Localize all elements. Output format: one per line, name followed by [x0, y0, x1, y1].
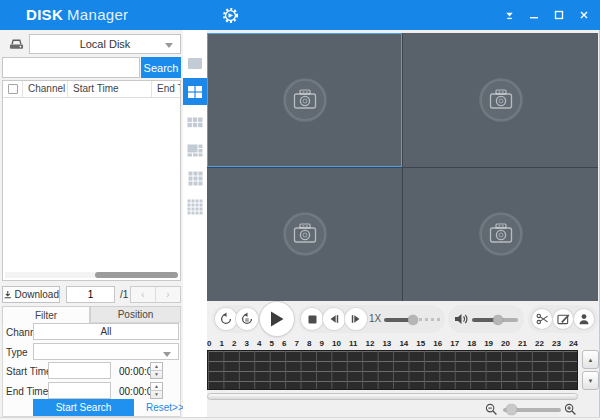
search-row: Search: [2, 57, 181, 78]
play-icon: [270, 311, 284, 327]
select-all-cell[interactable]: [3, 81, 23, 97]
layout-4-view[interactable]: [183, 78, 207, 105]
results-table[interactable]: ChannelStart TimeEnd Time: [2, 80, 181, 281]
app-title-primary: DISK: [26, 6, 63, 23]
stop-button[interactable]: [301, 308, 323, 330]
disk-dropdown-value: Local Disk: [80, 38, 131, 50]
column-header: End Time: [152, 81, 180, 97]
left-panel: Local Disk Search ChannelStart TimeEnd T…: [0, 30, 183, 420]
replay-group: [212, 305, 260, 333]
end-time-spinner[interactable]: ▲▼: [150, 382, 163, 399]
zoom-slider-thumb[interactable]: [506, 404, 517, 415]
rewind-icon: [219, 312, 233, 326]
video-cell-4[interactable]: [403, 168, 598, 302]
video-cell-1[interactable]: [207, 33, 402, 167]
hour-label: 17: [450, 339, 459, 348]
layout-9-view[interactable]: [183, 166, 207, 190]
close-icon[interactable]: [576, 7, 592, 23]
snapshot-edit-button[interactable]: [553, 309, 573, 329]
prev-page-button[interactable]: ‹: [131, 287, 156, 302]
layout-8-view[interactable]: [183, 138, 207, 162]
end-time-label: End Time: [6, 386, 48, 397]
video-grid: [207, 33, 598, 301]
hour-label: 21: [518, 339, 527, 348]
start-time-label: Start Time: [6, 366, 52, 377]
layout-16-view[interactable]: [183, 195, 207, 219]
type-label: Type: [6, 347, 28, 358]
clip-cut-button[interactable]: [532, 309, 552, 329]
reset-link[interactable]: Reset>>: [146, 402, 184, 413]
disk-drive-icon: [8, 36, 25, 55]
hour-label: 24: [569, 339, 578, 348]
volume-slider[interactable]: [472, 305, 518, 333]
channel-input[interactable]: [33, 323, 179, 340]
select-all-checkbox[interactable]: [8, 84, 18, 94]
search-input[interactable]: [2, 57, 140, 78]
transport-group: 1X: [298, 305, 445, 333]
settings-gear-icon[interactable]: [221, 6, 240, 25]
download-button[interactable]: Download: [2, 286, 60, 303]
volume-icon[interactable]: [453, 311, 469, 331]
timeline-zoom-slider[interactable]: [503, 400, 561, 418]
hour-label: 22: [535, 339, 544, 348]
speed-slider[interactable]: [384, 305, 440, 333]
skin-menu-icon[interactable]: [501, 7, 517, 23]
hour-label: 14: [399, 339, 408, 348]
layout-1-view[interactable]: [183, 51, 207, 75]
step-forward-button[interactable]: [345, 308, 367, 330]
play-button[interactable]: [260, 302, 294, 336]
app-title-secondary: Manager: [67, 6, 128, 23]
timeline-scroll-down-button[interactable]: ▼: [582, 371, 599, 390]
start-search-button[interactable]: Start Search: [33, 399, 134, 416]
volume-group: [448, 305, 524, 333]
start-time-input[interactable]: [48, 362, 111, 379]
volume-slider-thumb[interactable]: [493, 315, 503, 325]
hour-label: 11: [349, 339, 357, 348]
timeline-hour-labels: 0123456789101112131415161718192021222324: [207, 339, 578, 348]
minimize-icon[interactable]: [526, 7, 542, 23]
table-horizontal-scrollbar[interactable]: [5, 272, 178, 278]
timeline-scroll-up-button[interactable]: ▲: [582, 350, 599, 369]
speed-slider-thumb[interactable]: [408, 315, 418, 325]
replay-icon: [240, 312, 254, 326]
end-time-input[interactable]: [48, 382, 111, 399]
hour-label: 3: [245, 339, 249, 348]
timeline-scrollbar[interactable]: [207, 393, 578, 400]
results-table-header: ChannelStart TimeEnd Time: [3, 81, 180, 98]
next-page-button[interactable]: ›: [156, 287, 180, 302]
tools-group: [528, 305, 598, 333]
hour-label: 4: [257, 339, 261, 348]
hour-label: 19: [484, 339, 493, 348]
results-table-body: [3, 98, 180, 256]
video-cell-3[interactable]: [207, 168, 402, 302]
timeline-zoom-row: [207, 400, 600, 418]
video-cell-2[interactable]: [403, 33, 598, 167]
replay-button[interactable]: [236, 308, 258, 330]
rewind-button[interactable]: [215, 308, 237, 330]
camera-icon: [282, 211, 328, 257]
hour-label: 0: [207, 339, 211, 348]
disk-select-row: Local Disk: [2, 34, 181, 54]
disk-dropdown[interactable]: Local Disk: [29, 34, 181, 54]
hour-label: 16: [433, 339, 442, 348]
tab-filter[interactable]: Filter: [2, 306, 90, 323]
timeline-grid[interactable]: [207, 350, 578, 390]
maximize-icon[interactable]: [551, 7, 567, 23]
layout-6-view[interactable]: [183, 110, 207, 134]
page-number-input[interactable]: [66, 286, 115, 303]
hour-label: 20: [501, 339, 510, 348]
type-dropdown[interactable]: [33, 343, 179, 360]
start-time-spinner[interactable]: ▲▼: [150, 362, 163, 379]
scrollbar-thumb[interactable]: [95, 272, 178, 278]
scissors-icon: [536, 313, 549, 325]
person-button[interactable]: [574, 309, 594, 329]
tab-position[interactable]: Position: [90, 306, 181, 323]
chevron-down-icon: [163, 352, 171, 357]
search-button[interactable]: Search: [141, 57, 181, 78]
hour-label: 13: [382, 339, 391, 348]
hour-label: 5: [270, 339, 274, 348]
hour-label: 12: [365, 339, 374, 348]
step-back-button[interactable]: [323, 308, 345, 330]
titlebar: DISKManager: [0, 0, 600, 30]
step-back-icon: [328, 313, 340, 325]
